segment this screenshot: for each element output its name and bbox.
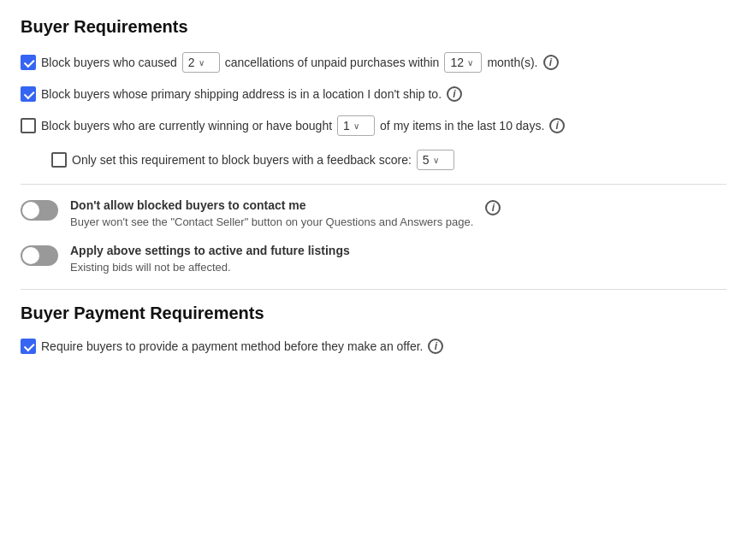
cancellations-count-dropdown[interactable]: 2 ∨ [182, 52, 220, 73]
text-feedback-score: Only set this requirement to block buyer… [72, 153, 412, 167]
payment-method-checkbox[interactable] [21, 339, 36, 354]
block-contact-subtitle: Buyer won't see the "Contact Seller" but… [70, 215, 473, 228]
buyer-requirements-section: Buyer Requirements Block buyers who caus… [21, 17, 726, 170]
block-contact-toggle-row: Don't allow blocked buyers to contact me… [21, 198, 726, 228]
feedback-score-text: Only set this requirement to block buyer… [72, 150, 454, 170]
cancellations-months-value: 12 [450, 56, 464, 69]
divider-1 [21, 184, 726, 185]
shipping-location-checkbox[interactable] [21, 86, 36, 102]
winning-bought-count-chevron-icon: ∨ [353, 121, 359, 131]
apply-settings-title: Apply above settings to active and futur… [70, 244, 350, 257]
apply-settings-toggle-row: Apply above settings to active and futur… [21, 244, 726, 274]
block-contact-info-icon[interactable]: i [485, 200, 501, 215]
feedback-score-value: 5 [423, 153, 430, 167]
unpaid-cancellations-info-icon[interactable]: i [543, 55, 559, 70]
payment-method-text: Require buyers to provide a payment meth… [41, 339, 443, 354]
unpaid-cancellations-text: Block buyers who caused 2 ∨ cancellation… [41, 52, 559, 73]
divider-2 [21, 289, 726, 290]
cancellations-months-chevron-icon: ∨ [467, 58, 473, 68]
text-shipping-location: Block buyers whose primary shipping addr… [41, 87, 442, 101]
winning-bought-count-dropdown[interactable]: 1 ∨ [337, 115, 375, 136]
feedback-score-dropdown[interactable]: 5 ∨ [417, 150, 454, 170]
winning-bought-count-value: 1 [343, 119, 350, 133]
cancellations-months-dropdown[interactable]: 12 ∨ [444, 52, 482, 73]
feedback-score-checkbox[interactable] [51, 152, 67, 168]
winning-bought-text: Block buyers who are currently winning o… [41, 115, 565, 136]
feedback-score-row: Only set this requirement to block buyer… [21, 150, 726, 170]
text-of-my-items: of my items in the last 10 days. [380, 119, 544, 133]
text-winning-bought: Block buyers who are currently winning o… [41, 119, 332, 133]
payment-method-row: Require buyers to provide a payment meth… [21, 339, 726, 354]
cancellations-count-chevron-icon: ∨ [199, 58, 205, 68]
buyer-payment-title: Buyer Payment Requirements [21, 304, 726, 323]
toggles-section: Don't allow blocked buyers to contact me… [21, 198, 726, 274]
cancellations-count-value: 2 [188, 56, 195, 69]
shipping-location-info-icon[interactable]: i [447, 86, 462, 102]
shipping-location-text: Block buyers whose primary shipping addr… [41, 86, 462, 102]
unpaid-cancellations-checkbox[interactable] [21, 55, 36, 70]
buyer-payment-section: Buyer Payment Requirements Require buyer… [21, 304, 726, 354]
apply-settings-subtitle: Existing bids will not be affected. [70, 261, 350, 274]
payment-method-info-icon[interactable]: i [428, 339, 443, 354]
shipping-location-row: Block buyers whose primary shipping addr… [21, 86, 726, 102]
block-contact-title: Don't allow blocked buyers to contact me [70, 198, 473, 212]
text-payment-method: Require buyers to provide a payment meth… [41, 339, 423, 353]
feedback-score-chevron-icon: ∨ [433, 156, 439, 165]
unpaid-cancellations-row: Block buyers who caused 2 ∨ cancellation… [21, 52, 726, 73]
text-cancellations-of: cancellations of unpaid purchases within [225, 56, 440, 69]
buyer-requirements-title: Buyer Requirements [21, 17, 726, 37]
winning-bought-row: Block buyers who are currently winning o… [21, 115, 726, 136]
winning-bought-info-icon[interactable]: i [549, 118, 565, 133]
text-block-buyers-caused: Block buyers who caused [41, 56, 177, 69]
apply-settings-toggle[interactable] [21, 245, 58, 266]
block-contact-toggle[interactable] [21, 200, 58, 221]
winning-bought-checkbox[interactable] [21, 118, 36, 133]
block-contact-label-group: Don't allow blocked buyers to contact me… [70, 198, 473, 228]
text-months: month(s). [487, 56, 537, 69]
apply-settings-label-group: Apply above settings to active and futur… [70, 244, 350, 274]
